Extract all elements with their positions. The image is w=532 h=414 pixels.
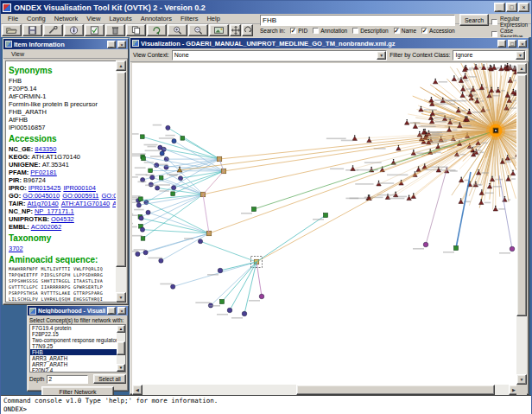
field-name[interactable]: ✓Name [394, 28, 416, 34]
zoom-in-button[interactable] [168, 24, 187, 36]
accession-link[interactable]: GO:0045010 [22, 192, 60, 200]
accession-link[interactable]: IPR015425 [28, 184, 61, 192]
search-button[interactable]: Search [459, 14, 489, 26]
delete-button[interactable] [105, 24, 125, 36]
scrollbar-thumb[interactable] [117, 341, 125, 355]
rotate-mode-button[interactable] [242, 24, 253, 36]
save-button[interactable] [22, 24, 42, 36]
accession-link[interactable]: ATH:AT1G70140 [61, 200, 110, 207]
scroll-up-icon[interactable]: ▲ [516, 63, 527, 73]
copy-button[interactable] [126, 24, 146, 36]
minimize-button[interactable]: _ [494, 3, 505, 12]
annotation-checkbox[interactable]: ✓ [313, 28, 319, 34]
accession-link[interactable]: At1g70140 [27, 200, 58, 207]
viz-minimize-button[interactable]: _ [497, 40, 506, 48]
tools-button[interactable] [43, 24, 63, 36]
depth-input[interactable] [47, 375, 88, 384]
chevron-down-icon[interactable]: ▼ [516, 51, 525, 60]
menu-item[interactable]: Network [50, 15, 83, 22]
select-all-button[interactable]: Select all [93, 374, 126, 384]
scrollbar-thumb[interactable] [516, 74, 527, 316]
list-item[interactable]: FHB [30, 349, 117, 355]
scroll-down-icon[interactable]: ▼ [516, 374, 527, 385]
maximize-button[interactable]: □ [506, 3, 517, 12]
scrollbar-thumb[interactable] [296, 385, 495, 395]
item-info-titlebar[interactable]: Item Information _ × [3, 39, 128, 49]
neighbourhood-label: Select Concept(s) to filter network with… [28, 315, 128, 324]
open-file-button[interactable] [2, 24, 22, 36]
list-item[interactable]: F20N2.4 [30, 367, 117, 373]
menu-item[interactable]: Help [202, 15, 224, 22]
viz-horizontal-scrollbar[interactable]: ◀ ▶ [132, 385, 519, 395]
accession-link[interactable]: PF02181 [30, 169, 56, 176]
list-item[interactable]: ARR3_ARATH [30, 355, 117, 361]
close-button[interactable]: × [518, 3, 529, 12]
chevron-down-icon[interactable]: ▼ [377, 51, 386, 60]
field-annotation[interactable]: ✓Annotation [313, 28, 347, 34]
scroll-down-icon[interactable]: ▼ [117, 364, 125, 372]
accession-checkbox[interactable]: ✓ [421, 28, 428, 34]
neighbourhood-titlebar[interactable]: Neighbourhood - Visualizatio... _ × [28, 306, 128, 315]
window-titlebar[interactable]: ONDEX Visualisation Tool Kit (OVTK) 2 - … [1, 1, 531, 14]
menu-item[interactable]: Config [22, 15, 50, 22]
accession-link[interactable]: GO:0005911 [62, 192, 98, 200]
search-input[interactable] [260, 15, 455, 26]
item-info-scrollbar[interactable]: ▲ ▼ [116, 61, 126, 303]
console-prompt[interactable]: ONDEX> [3, 405, 529, 414]
viz-maximize-button[interactable]: □ [508, 40, 516, 48]
scroll-up-icon[interactable]: ▲ [116, 61, 126, 71]
pan-mode-button[interactable] [230, 24, 241, 36]
menu-item[interactable]: File [3, 15, 22, 22]
taxonomy-link[interactable]: 3702 [9, 245, 23, 252]
menu-item[interactable]: Annotators [136, 15, 176, 22]
accession-link[interactable]: NP_177171.1 [35, 207, 74, 215]
description-checkbox[interactable]: ✓ [352, 28, 358, 34]
accession-link[interactable]: IPR000104 [63, 184, 96, 192]
pid-checkbox[interactable]: ✓ [290, 28, 296, 34]
neighbourhood-close-button[interactable]: × [117, 307, 126, 315]
info-button[interactable] [64, 24, 84, 36]
accession-link[interactable]: AC002062 [31, 223, 61, 231]
export-image-button[interactable] [209, 24, 229, 36]
visualization-titlebar[interactable]: Visualization - GDAERI_MANUAL_UNIPROT_ME… [130, 38, 529, 48]
menu-item[interactable]: Layouts [104, 15, 136, 22]
field-description[interactable]: ✓Description [352, 28, 389, 34]
scroll-down-icon[interactable]: ▼ [116, 292, 126, 303]
filter-context-dropdown[interactable]: Ignore ▼ [453, 50, 526, 61]
accession-link[interactable]: GO:0005932 [102, 192, 116, 200]
annotate-button[interactable] [85, 24, 104, 36]
accession-link[interactable]: 843350 [35, 145, 56, 153]
command-console[interactable]: Command console v1.0 Type 'help;' for mo… [1, 395, 531, 414]
list-item[interactable]: T7N9.25 [30, 343, 117, 349]
regex-checkbox[interactable]: ✓ [491, 19, 497, 25]
refresh-button[interactable] [147, 24, 167, 36]
name-checkbox[interactable]: ✓ [394, 28, 400, 34]
viz-vertical-scrollbar[interactable]: ▲ ▼ [516, 63, 527, 385]
item-info-minimize-button[interactable]: _ [107, 41, 116, 48]
case-sensitive-checkbox[interactable]: ✓ [491, 31, 497, 37]
scroll-left-icon[interactable]: ◀ [132, 385, 142, 395]
list-item[interactable]: Two-component response regulator ARR4 [30, 337, 117, 343]
scroll-up-icon[interactable]: ▲ [117, 325, 125, 333]
graph-canvas[interactable] [132, 63, 519, 385]
concept-listbox[interactable]: F7G19.4 proteinF28P22.15Two-component re… [29, 324, 126, 373]
list-item[interactable]: F28P22.15 [30, 331, 117, 337]
menu-item[interactable]: Filters [176, 15, 202, 22]
neighbourhood-minimize-button[interactable]: _ [107, 307, 116, 315]
accession-link[interactable]: O04532 [51, 215, 74, 223]
list-scrollbar[interactable]: ▲ ▼ [117, 325, 125, 372]
menu-item[interactable]: View [82, 15, 104, 22]
viz-close-button[interactable]: × [518, 40, 527, 48]
item-info-close-button[interactable]: × [117, 41, 126, 48]
filter-network-button[interactable]: Filter Network [41, 386, 114, 395]
view-context-dropdown[interactable]: None ▼ [172, 50, 387, 61]
scrollbar-thumb[interactable] [116, 72, 126, 267]
zoom-out-button[interactable] [188, 24, 208, 36]
network-graph[interactable] [132, 63, 519, 385]
field-accession[interactable]: ✓Accession [421, 28, 455, 34]
field-pid[interactable]: ✓PID [290, 28, 307, 34]
list-item[interactable]: ARR7_ARATH [30, 361, 117, 367]
list-item[interactable]: F7G19.4 protein [30, 325, 117, 331]
item-info-view-menu[interactable]: View [7, 51, 28, 57]
regex-checkbox-row[interactable]: ✓ Regular Expression [491, 16, 531, 28]
